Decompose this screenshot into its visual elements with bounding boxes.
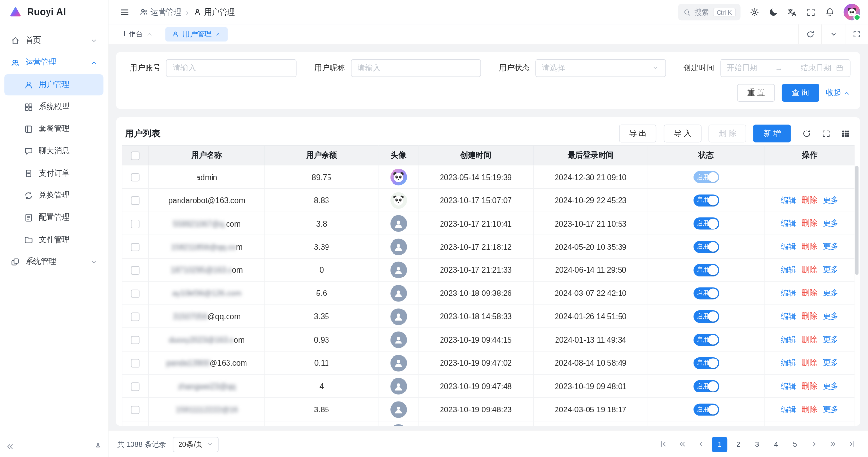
breadcrumb-item[interactable]: 用户管理 — [193, 7, 235, 17]
page-1-button[interactable]: 1 — [712, 437, 727, 452]
last-page-button[interactable] — [844, 437, 859, 452]
row-checkbox[interactable] — [131, 220, 139, 228]
next-page-button[interactable] — [806, 437, 821, 452]
edit-link[interactable]: 编辑 — [781, 242, 796, 252]
close-icon[interactable] — [147, 31, 153, 37]
delete-link[interactable]: 删除 — [802, 404, 818, 414]
edit-link[interactable]: 编辑 — [781, 265, 796, 275]
sidebar-item-exchange-management[interactable]: 兑换管理 — [4, 185, 103, 206]
user-avatar[interactable] — [844, 3, 860, 20]
notifications-button[interactable] — [821, 3, 838, 20]
settings-button[interactable] — [746, 3, 763, 20]
status-toggle[interactable]: 启用 — [693, 380, 719, 392]
status-toggle[interactable]: 启用 — [693, 403, 719, 415]
create-time-range-input[interactable]: 开始日期→结束日期 — [720, 59, 851, 77]
search-input[interactable]: 搜索 Ctrl K — [678, 3, 740, 20]
more-link[interactable]: 更多 — [823, 381, 838, 392]
more-link[interactable]: 更多 — [823, 404, 838, 414]
delete-link[interactable]: 删除 — [802, 195, 818, 205]
delete-link[interactable]: 删除 — [802, 288, 818, 298]
sidebar-collapse-button[interactable] — [5, 442, 14, 451]
sidebar-item-chat-messages[interactable]: 聊天消息 — [4, 141, 103, 162]
first-page-button[interactable] — [655, 437, 671, 452]
row-checkbox[interactable] — [131, 312, 139, 321]
row-checkbox[interactable] — [131, 406, 139, 414]
status-toggle[interactable]: 启用 — [693, 357, 719, 369]
user-status-select[interactable]: 请选择 — [535, 59, 666, 77]
row-checkbox[interactable] — [131, 382, 139, 391]
edit-link[interactable]: 编辑 — [781, 311, 796, 322]
page-3-button[interactable]: 3 — [750, 437, 765, 452]
sidebar-item-home[interactable]: 首页 — [4, 30, 103, 51]
status-toggle[interactable]: 启用 — [693, 333, 719, 345]
tab-options-button[interactable] — [821, 24, 845, 44]
sidebar-item-system[interactable]: 系统管理 — [4, 251, 103, 272]
prev-page-button[interactable] — [693, 437, 708, 452]
more-link[interactable]: 更多 — [823, 288, 838, 298]
more-link[interactable]: 更多 — [823, 311, 838, 322]
export-button[interactable]: 导 出 — [619, 125, 656, 143]
delete-link[interactable]: 删除 — [802, 218, 818, 228]
tab-workbench[interactable]: 工作台 — [115, 27, 159, 41]
status-toggle[interactable]: 启用 — [693, 171, 719, 183]
sidebar-toggle-button[interactable] — [116, 3, 133, 20]
delete-link[interactable]: 删除 — [802, 311, 818, 322]
collapse-filter-link[interactable]: 收起 — [826, 88, 850, 98]
delete-link[interactable]: 删除 — [802, 242, 818, 252]
status-toggle[interactable]: 启用 — [693, 287, 719, 299]
row-checkbox[interactable] — [131, 173, 139, 181]
more-link[interactable]: 更多 — [823, 265, 838, 275]
sidebar-item-file-management[interactable]: 文件管理 — [4, 229, 103, 250]
delete-link[interactable]: 删除 — [802, 381, 818, 392]
user-nickname-input[interactable]: 请输入 — [351, 59, 481, 77]
status-toggle[interactable]: 启用 — [693, 217, 719, 229]
edit-link[interactable]: 编辑 — [781, 404, 796, 414]
page-5-button[interactable]: 5 — [787, 437, 802, 452]
status-toggle[interactable]: 启用 — [693, 241, 719, 253]
more-link[interactable]: 更多 — [823, 195, 838, 205]
delete-link[interactable]: 删除 — [802, 265, 818, 275]
import-button[interactable]: 导 入 — [664, 125, 701, 143]
row-checkbox[interactable] — [131, 290, 139, 298]
table-scrollbar[interactable] — [855, 166, 859, 275]
status-toggle[interactable]: 启用 — [693, 310, 719, 322]
add-button[interactable]: 新 增 — [753, 125, 791, 143]
table-fullscreen-button[interactable] — [820, 127, 832, 139]
select-all-checkbox[interactable] — [131, 151, 139, 160]
row-checkbox[interactable] — [131, 359, 139, 367]
reset-button[interactable]: 重 置 — [737, 84, 775, 102]
sidebar-item-system-models[interactable]: 系统模型 — [4, 97, 103, 117]
sidebar-item-package-management[interactable]: 套餐管理 — [4, 118, 103, 139]
sidebar-item-operations[interactable]: 运营管理 — [4, 52, 103, 73]
row-checkbox[interactable] — [131, 266, 139, 275]
tab-user-management[interactable]: 用户管理 — [165, 27, 228, 41]
edit-link[interactable]: 编辑 — [781, 288, 796, 298]
edit-link[interactable]: 编辑 — [781, 358, 796, 368]
more-link[interactable]: 更多 — [823, 218, 838, 228]
delete-button[interactable]: 删 除 — [709, 125, 746, 143]
edit-link[interactable]: 编辑 — [781, 195, 796, 205]
sidebar-item-config-management[interactable]: 配置管理 — [4, 207, 103, 228]
edit-link[interactable]: 编辑 — [781, 335, 796, 345]
breadcrumb-item[interactable]: 运营管理 — [140, 7, 182, 17]
dark-mode-button[interactable] — [765, 3, 782, 20]
refresh-table-button[interactable] — [801, 127, 813, 139]
more-link[interactable]: 更多 — [823, 358, 838, 368]
fullscreen-button[interactable] — [802, 3, 819, 20]
edit-link[interactable]: 编辑 — [781, 218, 796, 228]
more-link[interactable]: 更多 — [823, 335, 838, 345]
refresh-button[interactable] — [798, 24, 821, 44]
close-icon[interactable] — [215, 31, 222, 37]
query-button[interactable]: 查 询 — [782, 84, 819, 102]
edit-link[interactable]: 编辑 — [781, 381, 796, 392]
brand[interactable]: Ruoyi AI — [0, 0, 108, 24]
sidebar-item-user-management[interactable]: 用户管理 — [4, 74, 103, 95]
user-account-input[interactable]: 请输入 — [166, 59, 296, 77]
status-toggle[interactable]: 启用 — [693, 194, 719, 206]
page-4-button[interactable]: 4 — [769, 437, 784, 452]
content-fullscreen-button[interactable] — [845, 24, 868, 44]
page-2-button[interactable]: 2 — [731, 437, 746, 452]
delete-link[interactable]: 删除 — [802, 358, 818, 368]
delete-link[interactable]: 删除 — [802, 335, 818, 345]
row-checkbox[interactable] — [131, 243, 139, 251]
